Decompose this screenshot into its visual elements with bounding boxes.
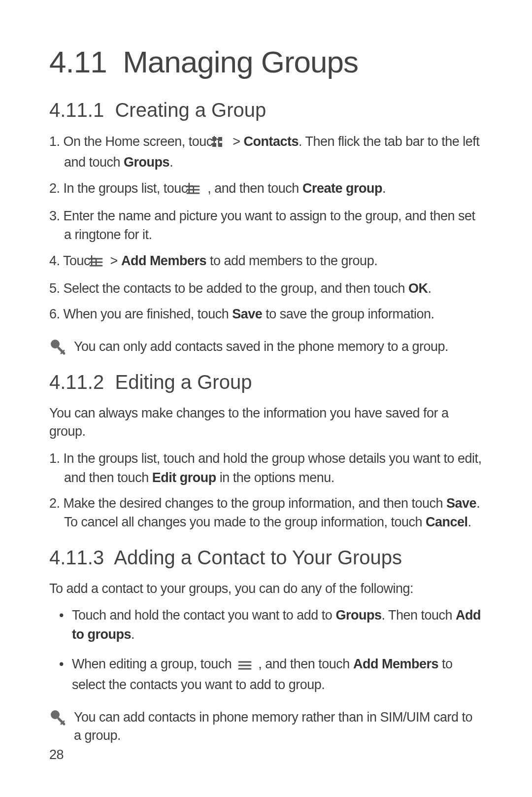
svg-rect-3 [218,143,222,147]
title-text: Managing Groups [123,45,358,79]
subsection-heading: 4.11.2 Editing a Group [49,371,483,393]
subsection-heading: 4.11.3 Adding a Contact to Your Groups [49,547,483,569]
list-item: 6. When you are finished, touch Save to … [49,305,483,323]
subsection-number: 4.11.1 [49,99,104,121]
list-item: 5. Select the contacts to be added to th… [49,279,483,298]
note-icon [49,339,67,356]
document-page: 4.11 Managing Groups 4.11.1 Creating a G… [0,0,532,797]
menu-icon [238,657,252,675]
note: You can only add contacts saved in the p… [49,338,483,356]
svg-rect-0 [212,137,216,141]
page-number: 28 [49,747,64,762]
list-item: 1. On the Home screen, touch > Contacts.… [49,132,483,172]
svg-rect-1 [218,137,222,141]
paragraph: You can always make changes to the infor… [49,404,483,442]
note-text: You can only add contacts saved in the p… [74,338,483,356]
list-item: 4. Touch > Add Members to add members to… [49,251,483,272]
list-item: 2. Make the desired changes to the group… [49,494,483,532]
list-item: 1. In the groups list, touch and hold th… [49,449,483,487]
list-item: 3. Enter the name and picture you want t… [49,207,483,244]
note: You can add contacts in phone memory rat… [49,708,483,746]
subsection-text: Editing a Group [115,371,252,393]
title-number: 4.11 [49,45,107,79]
bullet-item: Touch and hold the contact you want to a… [49,606,483,644]
section-title: 4.11 Managing Groups [49,44,483,79]
subsection-number: 4.11.3 [49,547,104,568]
subsection-heading: 4.11.1 Creating a Group [49,99,483,121]
note-text: You can add contacts in phone memory rat… [74,708,483,746]
bullet-item: When editing a group, touch , and then t… [49,655,483,694]
subsection-text: Adding a Contact to Your Groups [114,547,402,568]
list-item: 2. In the groups list, touch , and then … [49,179,483,200]
note-icon [49,709,67,727]
subsection-number: 4.11.2 [49,371,104,393]
svg-rect-2 [212,143,216,147]
subsection-text: Creating a Group [115,99,266,121]
paragraph: To add a contact to your groups, you can… [49,580,483,598]
